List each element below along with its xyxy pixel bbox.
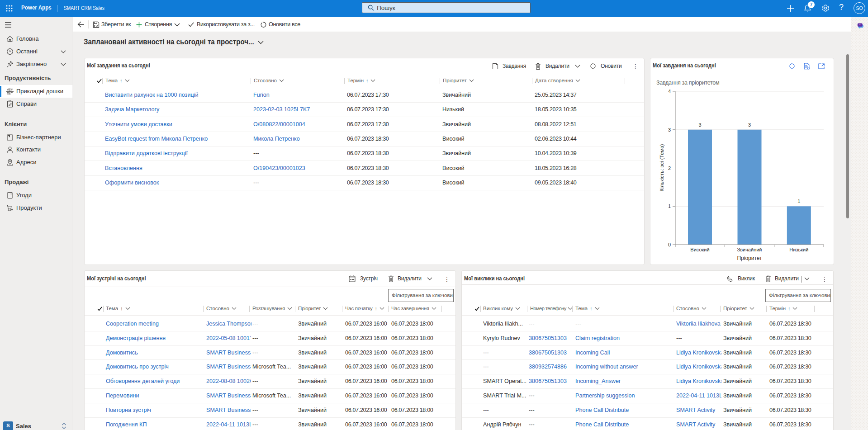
svg-text:4: 4 [668,89,671,94]
svg-text:Пріоритет: Пріоритет [737,255,762,261]
svg-text:3: 3 [698,122,701,128]
svg-text:2: 2 [668,165,671,171]
svg-text:Кількість: всі (Тема): Кількість: всі (Тема) [659,144,664,191]
svg-text:3: 3 [668,127,671,132]
svg-text:3: 3 [748,122,751,128]
svg-text:Низький: Низький [789,247,808,252]
svg-text:Високий: Високий [690,247,709,252]
svg-text:1: 1 [797,198,800,204]
svg-text:Звичайний: Звичайний [737,247,762,252]
svg-text:1: 1 [668,203,671,209]
svg-text:Завдання за пріоритетом: Завдання за пріоритетом [656,80,719,86]
svg-text:0: 0 [668,242,671,247]
